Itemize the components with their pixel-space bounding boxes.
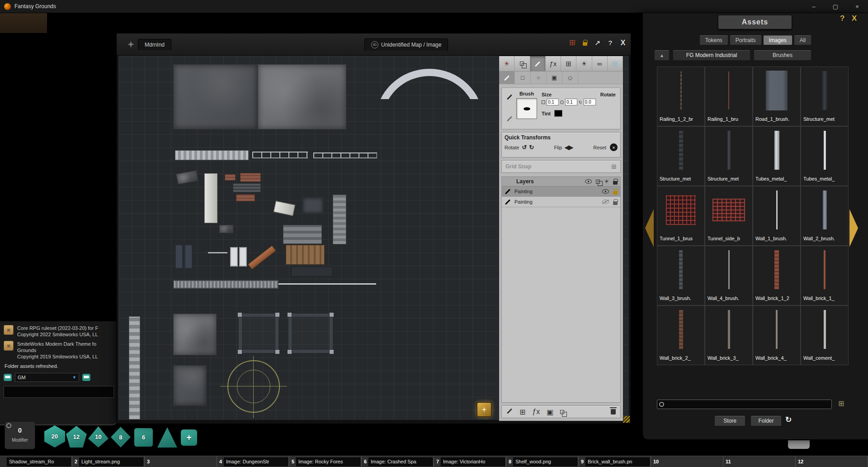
folder-button[interactable]: Folder	[750, 415, 782, 426]
circle-draw-icon[interactable]: ○	[531, 71, 547, 84]
hotkey-slot-5[interactable]: 5 Image: Rocky Fores	[289, 456, 362, 467]
store-button[interactable]: Store	[714, 415, 745, 426]
help-icon[interactable]: ?	[606, 39, 614, 47]
line-of-sight-tool-icon[interactable]: ∞	[592, 56, 608, 71]
d10-die[interactable]: 10	[88, 426, 108, 448]
merge-layers-icon[interactable]: ⊞	[519, 408, 525, 416]
paint-tool-icon[interactable]	[530, 56, 546, 71]
hotkey-slot-3[interactable]: 3	[145, 456, 217, 467]
panel-help-icon[interactable]: ?	[840, 14, 844, 23]
asset-item[interactable]: Tubes_metal_	[753, 126, 801, 186]
delete-layer-icon[interactable]	[611, 408, 616, 416]
d4-die[interactable]	[157, 427, 177, 448]
reset-transforms-button[interactable]: ×	[610, 143, 618, 151]
asset-item[interactable]: Tunnel_side_b	[705, 186, 753, 246]
brushes-filter-button[interactable]: Brushes	[754, 50, 811, 61]
layer-row[interactable]: Painting	[502, 186, 620, 197]
tab-portraits[interactable]: Portraits	[730, 35, 762, 45]
asset-item[interactable]: Wall_brick_4_	[753, 305, 801, 365]
chat-input[interactable]	[4, 386, 114, 398]
layer-effects-icon[interactable]: ƒx	[532, 408, 540, 416]
grid-snap-icon[interactable]: ⊞	[611, 163, 617, 170]
hotkey-slot-10[interactable]: 10	[651, 456, 723, 467]
layer-stamps-icon[interactable]	[596, 180, 600, 184]
pointer-toggle-button[interactable]	[476, 402, 492, 417]
grid-view-icon[interactable]: ⊞	[838, 399, 844, 408]
modifier-box[interactable]: 0 Modifier	[5, 421, 35, 449]
rectangle-draw-icon[interactable]: □	[515, 71, 531, 84]
stamp-draw-icon[interactable]: ▣	[547, 71, 562, 84]
effects-tool-icon[interactable]: ƒx	[546, 56, 561, 71]
folder-up-button[interactable]: ▲	[654, 50, 670, 61]
speaker-select[interactable]: GM ▼	[15, 373, 79, 382]
lock-all-layers-icon[interactable]	[613, 179, 618, 185]
d6-die[interactable]: 6	[134, 428, 153, 447]
resize-grip[interactable]	[623, 416, 630, 423]
panel-close-icon[interactable]: X	[852, 14, 857, 23]
asset-item[interactable]: Wall_4_brush.	[705, 246, 753, 305]
window-pin-icon[interactable]	[127, 41, 134, 48]
asset-item[interactable]: Structure_met	[657, 126, 705, 186]
layer-visibility-icon[interactable]	[602, 200, 609, 204]
page-left-arrow[interactable]	[645, 209, 654, 247]
d8-die[interactable]: 8	[111, 427, 131, 448]
asset-item[interactable]: Wall_3_brush.	[657, 246, 705, 305]
d12-die[interactable]: 12	[66, 426, 87, 448]
layer-visibility-icon[interactable]	[602, 189, 609, 194]
environment-tool-icon[interactable]: ☀	[499, 56, 514, 71]
grid-tool-icon[interactable]: ⊞	[608, 56, 623, 71]
tab-images[interactable]: Images	[763, 35, 793, 45]
new-layer-icon[interactable]: ▣	[547, 408, 553, 416]
brush-rotate-input[interactable]	[584, 99, 596, 105]
hotkey-slot-1[interactable]: Shadow_stream_Ro	[0, 456, 72, 467]
asset-item[interactable]: Wall_2_brush.	[801, 186, 849, 246]
hotkey-slot-11[interactable]: 11	[723, 456, 796, 467]
gear-icon[interactable]	[6, 423, 11, 428]
map-tab-mdrnind[interactable]: MdrnInd	[138, 39, 171, 50]
lock-icon[interactable]	[581, 40, 589, 46]
asset-item[interactable]: Road_1_brush.	[753, 67, 801, 126]
toggle-all-visibility-icon[interactable]	[585, 179, 592, 184]
add-paint-layer-icon[interactable]	[506, 408, 513, 416]
tint-color-swatch[interactable]	[554, 110, 562, 117]
hotkey-slot-6[interactable]: 6 Image: Crashed Spa	[362, 456, 434, 467]
asset-item[interactable]: Railing_1_2_br	[657, 67, 705, 126]
tab-all[interactable]: All	[794, 35, 811, 45]
asset-item[interactable]: Wall_brick_1_	[801, 246, 849, 305]
eraser-icon[interactable]: ◇	[562, 71, 578, 84]
stamp-tool-icon[interactable]	[514, 56, 530, 71]
freehand-draw-icon[interactable]	[499, 71, 515, 84]
layer-lock-icon[interactable]	[613, 189, 618, 195]
asset-item[interactable]: Wall_1_brush.	[753, 186, 801, 246]
edit-stamp-icon[interactable]	[506, 115, 513, 124]
expand-window-icon[interactable]: ↗	[594, 39, 602, 47]
flip-horizontal-button[interactable]: ◀▶	[565, 144, 573, 151]
brush-height-input[interactable]	[565, 99, 577, 105]
layer-lighting-icon[interactable]: ☀	[604, 178, 609, 185]
hotkey-slot-2[interactable]: 2 Light_stream.png	[72, 456, 145, 467]
layer-row[interactable]: Painting	[502, 197, 620, 207]
close-window-icon[interactable]: X	[619, 39, 627, 47]
asset-item[interactable]: Wall_brick_1_2	[753, 246, 801, 305]
refresh-icon[interactable]: ↻	[785, 415, 792, 424]
asset-search-input[interactable]	[666, 402, 830, 407]
asset-item[interactable]: Tunnel_1_brus	[657, 186, 705, 246]
rotate-ccw-button[interactable]: ↺	[522, 144, 526, 151]
hotkey-slot-8[interactable]: 8 Shelf_wood.png	[506, 456, 579, 467]
maximize-button[interactable]: ▢	[825, 0, 846, 13]
rotate-cw-button[interactable]: ↻	[529, 144, 533, 151]
chat-bubble-icon[interactable]	[4, 374, 12, 381]
grid-settings-icon[interactable]: ⊞	[568, 38, 576, 48]
page-right-arrow[interactable]	[849, 209, 858, 247]
duplicate-layer-icon[interactable]	[560, 408, 564, 416]
tiles-tool-icon[interactable]: ⊞	[561, 56, 576, 71]
tab-tokens[interactable]: Tokens	[699, 35, 728, 45]
d20-die[interactable]: 20	[44, 425, 65, 448]
brush-preview[interactable]	[516, 98, 537, 119]
asset-item[interactable]: Tubes_metal_	[801, 126, 849, 186]
whisper-bubble-icon[interactable]	[82, 374, 90, 381]
hotkey-slot-7[interactable]: 7 Image: VictorianHo	[434, 456, 506, 467]
hotkey-slot-4[interactable]: 4 Image: DungeonStr	[217, 456, 289, 467]
hotkey-slot-9[interactable]: 9 Brick_wall_brush.pn	[579, 456, 651, 467]
close-button[interactable]: ×	[846, 0, 868, 13]
